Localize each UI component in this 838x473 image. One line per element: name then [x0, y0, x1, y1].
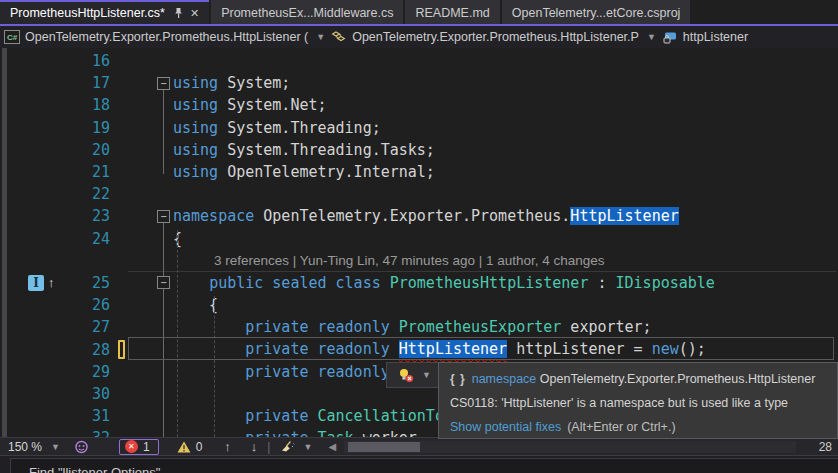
- line-number[interactable]: 23: [70, 207, 110, 225]
- code-cleanup-button[interactable]: ▼: [280, 440, 312, 454]
- line-number[interactable]: 24: [70, 230, 110, 248]
- code-line[interactable]: 21using OpenTelemetry.Internal;: [0, 161, 838, 183]
- current-line-highlight: [128, 337, 834, 360]
- breadcrumb-member-label: httpListener: [683, 30, 748, 44]
- code-text[interactable]: private readonly PrometheusExporter expo…: [173, 316, 652, 338]
- fold-toggle[interactable]: −: [157, 210, 170, 223]
- change-tracking-margin: [110, 405, 133, 427]
- gutter-indicator-margin[interactable]: [0, 50, 70, 72]
- fold-toggle[interactable]: −: [157, 77, 170, 90]
- gutter-indicator-margin[interactable]: [0, 72, 70, 94]
- gutter-indicator-margin[interactable]: [0, 94, 70, 116]
- document-health-icon[interactable]: [74, 440, 89, 454]
- field-lock-icon: [662, 30, 678, 45]
- line-number[interactable]: 26: [70, 296, 110, 314]
- line-number[interactable]: 28: [70, 341, 110, 359]
- gutter-indicator-margin[interactable]: [0, 338, 70, 360]
- fold-toggle[interactable]: −: [157, 276, 170, 289]
- line-number[interactable]: 25: [70, 274, 110, 292]
- gutter-indicator-margin[interactable]: [0, 161, 70, 183]
- code-line[interactable]: 22: [0, 183, 838, 205]
- code-line[interactable]: 20using System.Threading.Tasks;: [0, 139, 838, 161]
- gutter-indicator-margin[interactable]: [0, 294, 70, 316]
- status-bar: Find "llistener Options": [0, 455, 838, 473]
- gutter-indicator-margin[interactable]: [0, 316, 70, 338]
- gutter-indicator-margin[interactable]: I↑: [0, 272, 70, 294]
- scroll-left-button[interactable]: ◀: [328, 441, 336, 452]
- document-tab[interactable]: README.md: [405, 0, 499, 24]
- tooltip-error-message: CS0118: 'HttpListener' is a namespace bu…: [450, 396, 788, 410]
- breadcrumb-member[interactable]: httpListener: [662, 30, 748, 45]
- horizontal-scrollbar[interactable]: [344, 441, 796, 453]
- line-number[interactable]: 16: [70, 52, 110, 70]
- code-line[interactable]: 27 private readonly PrometheusExporter e…: [0, 316, 838, 338]
- line-number[interactable]: 30: [70, 385, 110, 403]
- close-icon[interactable]: ✕: [190, 8, 199, 19]
- code-text[interactable]: using System.Threading.Tasks;: [173, 139, 435, 161]
- code-line[interactable]: 19using System.Threading;: [0, 117, 838, 139]
- line-number[interactable]: 27: [70, 318, 110, 336]
- code-line[interactable]: 24{: [0, 228, 838, 250]
- code-text[interactable]: using OpenTelemetry.Internal;: [173, 161, 435, 183]
- line-number[interactable]: 31: [70, 407, 110, 425]
- gutter-indicator-margin[interactable]: [0, 250, 70, 272]
- breadcrumb-type[interactable]: OpenTelemetry.Exporter.Prometheus.HttpLi…: [331, 30, 656, 44]
- gutter-indicator-margin[interactable]: [0, 205, 70, 227]
- breadcrumb-project[interactable]: C# OpenTelemetry.Exporter.Prometheus.Htt…: [4, 30, 325, 44]
- code-text[interactable]: using System;: [173, 72, 290, 94]
- codelens-info[interactable]: 3 references | Yun-Ting Lin, 47 minutes …: [214, 253, 605, 268]
- breadcrumb-type-label: OpenTelemetry.Exporter.Prometheus.HttpLi…: [352, 30, 639, 44]
- fold-margin: [133, 50, 173, 72]
- scrollbar-thumb[interactable]: [348, 442, 420, 452]
- prev-issue-button[interactable]: ↑: [224, 439, 231, 454]
- code-line[interactable]: 16: [0, 50, 838, 72]
- error-count-badge[interactable]: ✕ 1: [119, 439, 159, 455]
- change-tracking-margin: [110, 272, 133, 294]
- line-number[interactable]: 20: [70, 141, 110, 159]
- code-line[interactable]: 18using System.Net;: [0, 94, 838, 116]
- line-number[interactable]: 19: [70, 119, 110, 137]
- code-text[interactable]: {: [173, 294, 218, 316]
- quick-actions-button[interactable]: ▼: [386, 362, 442, 388]
- intellicode-indicator-icon[interactable]: I: [28, 275, 44, 291]
- code-line[interactable]: 23−namespace OpenTelemetry.Exporter.Prom…: [0, 205, 838, 227]
- document-tab[interactable]: OpenTelemetry...etCore.csproj: [502, 0, 691, 24]
- line-number[interactable]: 18: [70, 96, 110, 114]
- gutter-indicator-margin[interactable]: [0, 228, 70, 250]
- gutter-indicator-margin[interactable]: [0, 183, 70, 205]
- line-number[interactable]: 17: [70, 74, 110, 92]
- chevron-down-icon: ▼: [51, 442, 60, 452]
- code-line[interactable]: 3 references | Yun-Ting Lin, 47 minutes …: [0, 250, 838, 272]
- braces-icon: { }: [450, 372, 466, 386]
- line-number[interactable]: 22: [70, 185, 110, 203]
- code-line[interactable]: 26 {: [0, 294, 838, 316]
- line-number[interactable]: 21: [70, 163, 110, 181]
- tab-label: OpenTelemetry...etCore.csproj: [512, 6, 681, 20]
- code-text[interactable]: public sealed class PrometheusHttpListen…: [173, 272, 715, 294]
- code-text[interactable]: using System.Threading;: [173, 117, 381, 139]
- zoom-level-value: 150 %: [8, 440, 42, 454]
- tab-bar: PrometheusHttpListener.cs*✕PrometheusEx.…: [0, 0, 838, 24]
- code-line[interactable]: I↑25− public sealed class PrometheusHttp…: [0, 272, 838, 294]
- gutter-indicator-margin[interactable]: [0, 117, 70, 139]
- next-issue-button[interactable]: ↓: [251, 439, 258, 454]
- code-text[interactable]: private readonly b: [173, 361, 408, 383]
- line-number[interactable]: 29: [70, 363, 110, 381]
- change-tracking-margin: [110, 205, 133, 227]
- code-line[interactable]: 17−using System;: [0, 72, 838, 94]
- code-editor[interactable]: 1617−using System;18using System.Net;19u…: [0, 48, 838, 455]
- pin-icon[interactable]: [173, 7, 184, 19]
- gutter-indicator-margin[interactable]: [0, 383, 70, 405]
- code-text[interactable]: using System.Net;: [173, 94, 327, 116]
- gutter-indicator-margin[interactable]: [0, 139, 70, 161]
- code-text[interactable]: namespace OpenTelemetry.Exporter.Prometh…: [173, 205, 679, 227]
- gutter-indicator-margin[interactable]: [0, 361, 70, 383]
- document-tab[interactable]: PrometheusEx...Middleware.cs: [211, 0, 403, 24]
- show-potential-fixes-link[interactable]: Show potential fixes: [450, 420, 561, 434]
- chevron-down-icon[interactable]: ▼: [316, 32, 325, 42]
- document-tab[interactable]: PrometheusHttpListener.cs*✕: [0, 0, 209, 24]
- warning-count-badge[interactable]: 0: [177, 440, 203, 454]
- zoom-level-select[interactable]: 150 % ▼: [8, 440, 60, 454]
- chevron-down-icon[interactable]: ▼: [647, 32, 656, 42]
- gutter-indicator-margin[interactable]: [0, 405, 70, 427]
